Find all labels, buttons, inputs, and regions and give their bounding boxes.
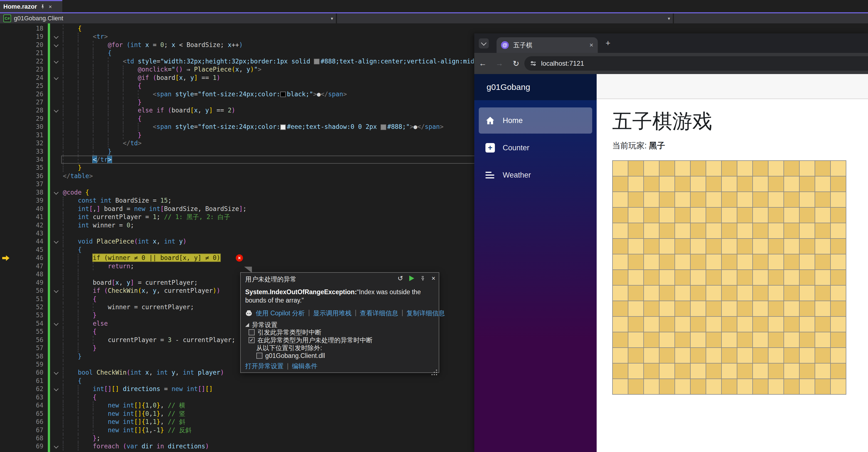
board-cell[interactable] [628, 270, 644, 285]
board-cell[interactable] [753, 254, 768, 270]
board-cell[interactable] [737, 348, 753, 363]
board-cell[interactable] [706, 316, 721, 332]
board-cell[interactable] [768, 176, 784, 192]
board-cell[interactable] [831, 332, 846, 348]
board-cell[interactable] [628, 379, 644, 394]
code-line-18[interactable]: { [0, 25, 868, 33]
board-cell[interactable] [768, 332, 784, 348]
board-cell[interactable] [675, 161, 690, 176]
board-cell[interactable] [737, 223, 753, 238]
board-cell[interactable] [644, 192, 659, 207]
board-cell[interactable] [721, 332, 737, 348]
board-cell[interactable] [815, 254, 831, 270]
new-tab-button[interactable]: + [606, 39, 611, 47]
board-cell[interactable] [784, 254, 799, 270]
board-cell[interactable] [659, 207, 675, 223]
board-cell[interactable] [706, 238, 721, 254]
board-cell[interactable] [706, 207, 721, 223]
board-cell[interactable] [613, 176, 628, 192]
app-brand[interactable]: g01Gobang [474, 74, 597, 100]
board-cell[interactable] [737, 332, 753, 348]
browser-tab[interactable]: @ 五子棋 × [497, 37, 598, 53]
board-cell[interactable] [690, 285, 706, 301]
popup-action-link[interactable]: 显示调用堆栈 [313, 309, 351, 317]
board-cell[interactable] [690, 176, 706, 192]
board-cell[interactable] [706, 363, 721, 379]
board-cell[interactable] [613, 363, 628, 379]
exception-settings-expander[interactable]: 异常设置 [245, 321, 277, 329]
popup-action-link[interactable]: 查看详细信息 [360, 309, 398, 317]
board-cell[interactable] [690, 161, 706, 176]
board-cell[interactable] [737, 192, 753, 207]
continue-play-icon[interactable] [409, 276, 414, 281]
board-cell[interactable] [815, 238, 831, 254]
board-cell[interactable] [644, 332, 659, 348]
tab-search-button[interactable] [479, 38, 489, 49]
board-cell[interactable] [706, 223, 721, 238]
board-cell[interactable] [613, 348, 628, 363]
board-cell[interactable] [706, 301, 721, 316]
board-cell[interactable] [644, 301, 659, 316]
board-cell[interactable] [675, 207, 690, 223]
board-cell[interactable] [613, 207, 628, 223]
board-cell[interactable] [831, 238, 846, 254]
board-cell[interactable] [737, 316, 753, 332]
board-cell[interactable] [659, 332, 675, 348]
close-icon[interactable]: × [432, 275, 435, 282]
board-cell[interactable] [768, 285, 784, 301]
board-cell[interactable] [799, 332, 815, 348]
board-cell[interactable] [628, 254, 644, 270]
board-cell[interactable] [753, 332, 768, 348]
board-cell[interactable] [815, 301, 831, 316]
board-cell[interactable] [815, 379, 831, 394]
board-cell[interactable] [706, 254, 721, 270]
board-cell[interactable] [753, 238, 768, 254]
board-cell[interactable] [784, 285, 799, 301]
board-cell[interactable] [799, 207, 815, 223]
board-cell[interactable] [628, 176, 644, 192]
board-cell[interactable] [675, 379, 690, 394]
board-cell[interactable] [784, 161, 799, 176]
sidebar-item-weather[interactable]: Weather [479, 162, 592, 188]
board-cell[interactable] [784, 176, 799, 192]
board-cell[interactable] [628, 238, 644, 254]
board-cell[interactable] [706, 332, 721, 348]
board-cell[interactable] [784, 348, 799, 363]
board-cell[interactable] [799, 363, 815, 379]
board-cell[interactable] [815, 270, 831, 285]
board-cell[interactable] [768, 379, 784, 394]
board-cell[interactable] [644, 270, 659, 285]
board-cell[interactable] [768, 270, 784, 285]
board-cell[interactable] [799, 270, 815, 285]
board-cell[interactable] [799, 348, 815, 363]
board-cell[interactable] [644, 348, 659, 363]
board-cell[interactable] [784, 238, 799, 254]
board-cell[interactable] [706, 285, 721, 301]
board-cell[interactable] [737, 285, 753, 301]
board-cell[interactable] [644, 285, 659, 301]
board-cell[interactable] [753, 192, 768, 207]
board-cell[interactable] [737, 161, 753, 176]
board-cell[interactable] [613, 301, 628, 316]
board-cell[interactable] [784, 379, 799, 394]
board-cell[interactable] [690, 270, 706, 285]
board-cell[interactable] [613, 270, 628, 285]
board-cell[interactable] [628, 192, 644, 207]
close-icon[interactable]: × [49, 4, 52, 9]
board-cell[interactable] [737, 254, 753, 270]
board-cell[interactable] [799, 301, 815, 316]
board-cell[interactable] [831, 192, 846, 207]
board-cell[interactable] [675, 254, 690, 270]
board-cell[interactable] [628, 223, 644, 238]
board-cell[interactable] [690, 301, 706, 316]
board-cell[interactable] [768, 301, 784, 316]
board-cell[interactable] [675, 238, 690, 254]
board-cell[interactable] [799, 192, 815, 207]
board-cell[interactable] [675, 176, 690, 192]
board-cell[interactable] [613, 192, 628, 207]
board-cell[interactable] [628, 301, 644, 316]
board-cell[interactable] [644, 176, 659, 192]
sidebar-item-counter[interactable]: + Counter [479, 135, 592, 161]
popup-footer-link[interactable]: 编辑条件 [292, 362, 317, 370]
vs-document-tab[interactable]: Home.razor × [0, 0, 62, 12]
